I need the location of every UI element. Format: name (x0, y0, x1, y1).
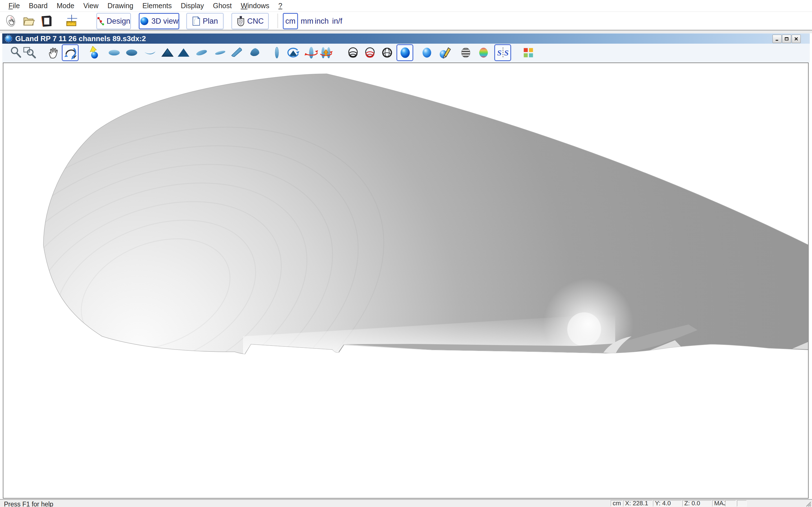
design-icon (97, 16, 104, 26)
board-3d-render (3, 63, 808, 498)
status-z-coordinate: Z: 0.0 (682, 500, 712, 506)
view-side-outline-icon[interactable] (270, 46, 284, 59)
minimize-icon (775, 37, 779, 41)
render-shaded-icon[interactable] (398, 46, 412, 59)
window-frame (0, 31, 812, 33)
view-toolbar: SS (2, 44, 810, 62)
board-silhouette (43, 74, 808, 354)
menu-file[interactable]: File (4, 2, 24, 10)
close-button[interactable] (792, 35, 801, 43)
status-empty-1 (725, 500, 736, 506)
flip-board-icon[interactable] (319, 46, 333, 59)
minimize-button[interactable] (772, 35, 781, 43)
unit-inf-label: in/f (332, 17, 342, 25)
render-design-icon[interactable] (438, 46, 451, 59)
main-toolbar: Design 3D view Plan CNC cm mm inch in/f (0, 12, 812, 31)
design-label: Design (107, 17, 130, 25)
menu-elements[interactable]: Elements (138, 2, 176, 10)
view-perspective-2-icon[interactable] (213, 46, 227, 59)
symmetry-icon[interactable]: SS (496, 46, 510, 59)
menu-view[interactable]: View (79, 2, 103, 10)
plan-icon (192, 16, 200, 26)
menu-bar: FileBoardModeViewDrawingElementsDisplayG… (0, 0, 812, 12)
status-empty-2 (737, 500, 747, 506)
spin-board-icon[interactable] (305, 46, 318, 59)
design-mode-button[interactable]: Design (96, 13, 131, 29)
plan-mode-button[interactable]: Plan (186, 13, 223, 29)
svg-text:S: S (504, 48, 509, 57)
document-title: GLand RP 7 11 26 channels 89.s3dx:2 (15, 34, 146, 43)
view-perspective-4-icon[interactable] (248, 46, 261, 59)
cnc-icon (237, 16, 245, 26)
menu-help[interactable]: ? (274, 2, 287, 10)
toolbar-separator (277, 13, 278, 28)
menu-drawing[interactable]: Drawing (103, 2, 138, 10)
unit-cm-label: cm (285, 17, 296, 25)
unit-cm-button[interactable]: cm (283, 13, 298, 29)
maximize-icon (784, 37, 789, 41)
status-x-coordinate: X: 228.1 (623, 500, 652, 506)
unit-mm-button[interactable]: mm (301, 13, 313, 29)
close-icon (794, 37, 799, 41)
view-nose-icon[interactable] (161, 46, 174, 59)
pick-render-icon[interactable] (87, 46, 100, 59)
view-bottom-curve-icon[interactable] (143, 46, 157, 59)
rotate-view-icon[interactable] (287, 46, 300, 59)
render-panels-icon[interactable] (522, 46, 535, 59)
render-mesh-icon[interactable] (380, 46, 394, 59)
pan-hand-icon[interactable] (47, 46, 60, 59)
save-icon[interactable] (40, 14, 53, 27)
open-icon[interactable] (22, 14, 36, 27)
menu-mode[interactable]: Mode (52, 2, 79, 10)
unit-mm-label: mm (301, 17, 313, 25)
rotate-3d-icon[interactable] (64, 46, 77, 59)
resize-grip[interactable] (805, 501, 811, 507)
view-deck-icon[interactable] (107, 46, 121, 59)
status-unit: cm (611, 500, 622, 506)
cnc-label: CNC (247, 17, 264, 25)
cnc-mode-button[interactable]: CNC (232, 13, 269, 29)
status-caps-indicator: MAJ (712, 500, 725, 506)
render-wireframe-icon[interactable] (346, 46, 360, 59)
view-bottom-icon[interactable] (125, 46, 139, 59)
3d-view-icon (140, 16, 149, 26)
view-perspective-3-icon[interactable] (230, 46, 244, 59)
render-stripes-icon[interactable] (459, 46, 472, 59)
status-help-text: Press F1 for help (4, 501, 53, 507)
new-file-icon[interactable] (4, 14, 18, 27)
svg-text:S: S (497, 48, 502, 57)
3d-view-label: 3D view (151, 17, 179, 25)
measure-icon[interactable] (65, 14, 79, 27)
menu-display[interactable]: Display (176, 2, 208, 10)
unit-inch-label: inch (315, 17, 329, 25)
render-curvature-icon[interactable] (477, 46, 490, 59)
render-wireframe-slices-icon[interactable] (363, 46, 377, 59)
zoom-area-icon[interactable] (23, 46, 36, 59)
status-bar: Press F1 for help cm X: 228.1 Y: 4.0 Z: … (0, 499, 812, 507)
render-smooth-icon[interactable] (420, 46, 434, 59)
3d-viewport[interactable] (3, 62, 809, 499)
maximize-button[interactable] (782, 35, 791, 43)
view-tail-icon[interactable] (177, 46, 190, 59)
menu-board[interactable]: Board (24, 2, 52, 10)
document-title-bar[interactable]: GLand RP 7 11 26 channels 89.s3dx:2 (2, 33, 810, 44)
status-y-coordinate: Y: 4.0 (653, 500, 682, 506)
3d-view-mode-button[interactable]: 3D view (139, 13, 179, 29)
document-icon (4, 35, 12, 43)
menu-ghost[interactable]: Ghost (208, 2, 236, 10)
unit-inch-button[interactable]: inch (314, 13, 329, 29)
plan-label: Plan (203, 17, 218, 25)
view-perspective-1-icon[interactable] (195, 46, 208, 59)
zoom-icon[interactable] (10, 46, 23, 59)
unit-inf-button[interactable]: in/f (330, 13, 345, 29)
menu-windows[interactable]: Windows (236, 2, 274, 10)
